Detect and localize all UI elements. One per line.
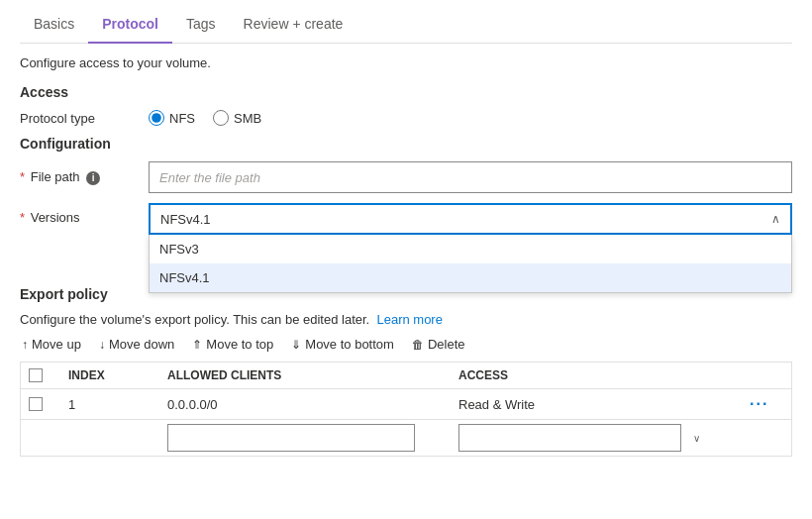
protocol-type-row: Protocol type NFS SMB: [20, 110, 792, 126]
row-1-access: Read & Write: [451, 397, 742, 412]
protocol-type-radio-group: NFS SMB: [149, 110, 261, 126]
col-access: ACCESS: [451, 368, 742, 382]
nfs-label: NFS: [169, 111, 195, 126]
export-policy-toolbar: ↑ Move up ↓ Move down ⇑ Move to top ⇓ Mo…: [20, 337, 792, 352]
col-actions: [742, 368, 791, 382]
move-to-bottom-button[interactable]: ⇓ Move to bottom: [291, 337, 394, 352]
row-1-index: 1: [60, 397, 159, 412]
tab-protocol[interactable]: Protocol: [88, 8, 172, 44]
delete-label: Delete: [428, 337, 465, 352]
table-header-row: INDEX ALLOWED CLIENTS ACCESS: [21, 363, 791, 389]
new-row-clients-cell: [159, 424, 451, 452]
row-1-allowed-clients: 0.0.0.0/0: [159, 397, 451, 412]
row-1-checkbox-cell: [21, 397, 60, 411]
file-path-input[interactable]: [149, 161, 792, 193]
versions-dropdown[interactable]: NFSv4.1 ∧: [149, 203, 792, 235]
row-1-more-actions[interactable]: ···: [742, 395, 791, 413]
page-subtitle: Configure access to your volume.: [20, 55, 792, 70]
file-path-info-icon[interactable]: i: [86, 171, 100, 185]
move-up-icon: ↑: [22, 338, 28, 352]
nfs-radio[interactable]: [149, 110, 164, 126]
header-checkbox[interactable]: [29, 368, 43, 382]
required-star-filepath: *: [20, 169, 25, 184]
table-row: 1 0.0.0.0/0 Read & Write ···: [21, 389, 791, 420]
move-up-button[interactable]: ↑ Move up: [22, 337, 81, 352]
delete-button[interactable]: 🗑 Delete: [412, 337, 465, 352]
col-allowed-clients: ALLOWED CLIENTS: [159, 368, 451, 382]
move-to-top-button[interactable]: ⇑ Move to top: [192, 337, 273, 352]
new-row-access-cell: Read & Write Read only: [451, 424, 742, 452]
export-policy-section: Export policy Configure the volume's exp…: [20, 286, 792, 457]
move-to-top-label: Move to top: [206, 337, 273, 352]
export-policy-table: INDEX ALLOWED CLIENTS ACCESS 1 0.0.0.0/0…: [20, 362, 792, 457]
access-section-title: Access: [20, 84, 792, 100]
file-path-row: * File path i: [20, 161, 792, 193]
smb-radio[interactable]: [213, 110, 229, 126]
configuration-section-title: Configuration: [20, 136, 792, 152]
chevron-up-icon: ∧: [771, 212, 780, 226]
nfs-radio-item[interactable]: NFS: [149, 110, 195, 126]
versions-selected-value: NFSv4.1: [160, 212, 211, 227]
col-index: INDEX: [60, 368, 159, 382]
move-up-label: Move up: [32, 337, 81, 352]
new-row-clients-input[interactable]: [167, 424, 415, 452]
smb-label: SMB: [234, 111, 261, 126]
export-policy-description: Configure the volume's export policy. Th…: [20, 312, 792, 327]
move-down-button[interactable]: ↓ Move down: [99, 337, 174, 352]
smb-radio-item[interactable]: SMB: [213, 110, 261, 126]
version-option-nfsv41[interactable]: NFSv4.1: [150, 263, 791, 292]
versions-options-list: NFSv3 NFSv4.1: [149, 235, 792, 293]
learn-more-link[interactable]: Learn more: [376, 312, 442, 327]
more-actions-icon[interactable]: ···: [750, 395, 768, 413]
delete-icon: 🗑: [412, 338, 424, 352]
versions-label: * Versions: [20, 203, 149, 225]
move-down-icon: ↓: [99, 338, 105, 352]
tab-review-create[interactable]: Review + create: [230, 8, 357, 44]
new-row-access-select[interactable]: Read & Write Read only: [458, 424, 681, 452]
version-option-nfsv3[interactable]: NFSv3: [150, 235, 791, 263]
tab-tags[interactable]: Tags: [172, 8, 230, 44]
move-to-bottom-icon: ⇓: [291, 338, 301, 352]
row-1-checkbox[interactable]: [29, 397, 43, 411]
move-to-bottom-label: Move to bottom: [305, 337, 394, 352]
new-row-access-wrapper: Read & Write Read only: [458, 424, 706, 452]
move-to-top-icon: ⇑: [192, 338, 202, 352]
table-new-row: Read & Write Read only: [21, 420, 791, 457]
tab-basics[interactable]: Basics: [20, 8, 88, 44]
tab-bar: Basics Protocol Tags Review + create: [20, 0, 792, 44]
file-path-label: * File path i: [20, 169, 149, 185]
protocol-type-label: Protocol type: [20, 111, 149, 126]
move-down-label: Move down: [109, 337, 174, 352]
required-star-versions: *: [20, 210, 25, 225]
col-checkbox: [21, 368, 60, 382]
versions-row: * Versions NFSv4.1 ∧ NFSv3 NFSv4.1: [20, 203, 792, 235]
versions-dropdown-wrapper: NFSv4.1 ∧ NFSv3 NFSv4.1: [149, 203, 792, 235]
